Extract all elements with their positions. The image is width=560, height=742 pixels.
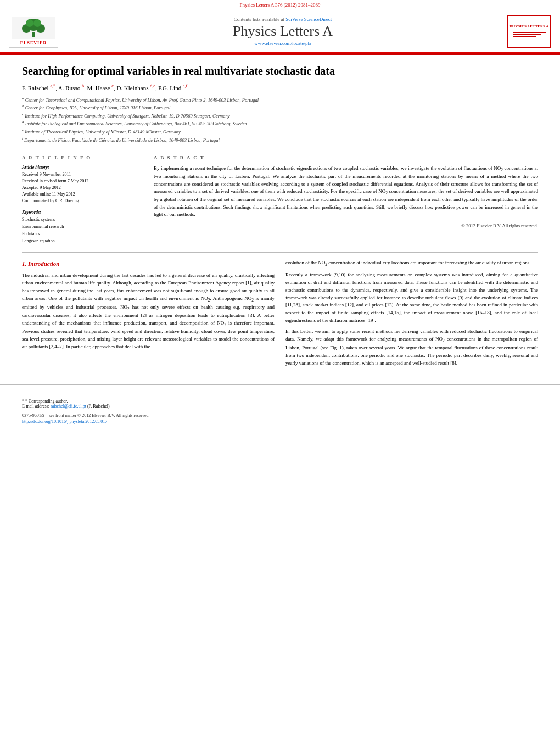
article-history: Article history: Received 9 November 201… bbox=[22, 165, 143, 204]
svg-point-4 bbox=[26, 19, 33, 27]
copyright: © 2012 Elsevier B.V. All rights reserved… bbox=[154, 223, 538, 228]
abstract-text: By implementing a recent technique for t… bbox=[154, 165, 538, 219]
article-title: Searching for optimal variables in real … bbox=[22, 64, 538, 78]
keywords-list: Stochastic systems Environmental researc… bbox=[22, 216, 143, 244]
svg-rect-0 bbox=[32, 32, 35, 37]
physics-letters-logo-text: PHYSICS LETTERS A bbox=[510, 24, 549, 29]
history-communicated: Communicated by C.R. Doering bbox=[22, 198, 143, 204]
body-left-column: 1. Introduction The industrial and urban… bbox=[22, 259, 275, 370]
email-label: E-mail address: bbox=[22, 404, 49, 409]
footnote-author-name: (F. Raischel). bbox=[87, 404, 111, 409]
affiliations: a Center for Theoretical and Computation… bbox=[22, 96, 538, 143]
history-online: Available online 11 May 2012 bbox=[22, 191, 143, 198]
body-right-column: evolution of the NO2 concentration at in… bbox=[285, 259, 538, 370]
keyword-4: Langevin equation bbox=[22, 238, 143, 245]
history-received: Received 9 November 2011 bbox=[22, 171, 143, 178]
history-accepted: Accepted 9 May 2012 bbox=[22, 185, 143, 191]
journal-citation: Physics Letters A 376 (2012) 2081–2089 bbox=[239, 2, 320, 8]
keywords-label: Keywords: bbox=[22, 210, 143, 215]
introduction-section: 1. Introduction The industrial and urban… bbox=[22, 259, 538, 370]
elsevier-logo: ELSEVIER bbox=[9, 15, 58, 48]
article-info-abstract: A R T I C L E I N F O Article history: R… bbox=[22, 150, 538, 244]
page: Physics Letters A 376 (2012) 2081–2089 E… bbox=[0, 0, 560, 742]
abstract-label: A B S T R A C T bbox=[154, 155, 538, 160]
keyword-2: Environmental research bbox=[22, 224, 143, 231]
elsevier-tree-image bbox=[12, 17, 55, 39]
logo-line-2 bbox=[513, 34, 541, 35]
journal-center: Contents lists available at SciVerse Sci… bbox=[64, 16, 502, 46]
logo-lines bbox=[513, 32, 546, 38]
journal-name: Physics Letters A bbox=[64, 23, 502, 40]
tree-icon bbox=[14, 19, 53, 38]
sciverse-link[interactable]: SciVerse ScienceDirect bbox=[285, 16, 332, 22]
sciverse-line: Contents lists available at SciVerse Sci… bbox=[64, 16, 502, 22]
intro-para-right-2: Recently a framework [9,10] for analyzin… bbox=[285, 271, 538, 325]
footnote-corresponding: * * Corresponding author. bbox=[22, 399, 538, 404]
article-info-label: A R T I C L E I N F O bbox=[22, 155, 143, 160]
footer-divider bbox=[22, 392, 538, 392]
footer-bottom: 0375-9601/$ – see front matter © 2012 El… bbox=[22, 413, 538, 424]
intro-para-right-3: In this Letter, we aim to apply some rec… bbox=[285, 328, 538, 367]
history-label: Article history: bbox=[22, 165, 143, 170]
footnote-email-line: E-mail address: raischel@cii.fc.ul.pt (F… bbox=[22, 404, 538, 409]
article-footer: * * Corresponding author. E-mail address… bbox=[0, 384, 560, 429]
elsevier-text: ELSEVIER bbox=[20, 41, 47, 46]
logo-line-1 bbox=[513, 32, 546, 33]
doi-link[interactable]: http://dx.doi.org/10.1016/j.physleta.201… bbox=[22, 419, 538, 424]
journal-citation-bar: Physics Letters A 376 (2012) 2081–2089 bbox=[0, 0, 560, 10]
authors-line: F. Raischel a,*, A. Russo b, M. Haase c,… bbox=[22, 83, 538, 91]
abstract-column: A B S T R A C T By implementing a recent… bbox=[154, 150, 538, 244]
intro-para-1: The industrial and urban development dur… bbox=[22, 272, 275, 351]
logo-line-3 bbox=[513, 36, 536, 37]
article-info-column: A R T I C L E I N F O Article history: R… bbox=[22, 150, 143, 244]
intro-para-right-1: evolution of the NO2 concentration at in… bbox=[285, 259, 538, 267]
journal-url[interactable]: www.elsevier.com/locate/pla bbox=[64, 41, 502, 46]
keyword-1: Stochastic systems bbox=[22, 216, 143, 224]
keywords-section: Keywords: Stochastic systems Environment… bbox=[22, 210, 143, 244]
history-revised: Received in revised form 7 May 2012 bbox=[22, 178, 143, 185]
journal-header: ELSEVIER Contents lists available at Sci… bbox=[0, 10, 560, 53]
email-link[interactable]: raischel@cii.fc.ul.pt bbox=[51, 404, 86, 409]
keyword-3: Pollutants bbox=[22, 231, 143, 238]
issn-line: 0375-9601/$ – see front matter © 2012 El… bbox=[22, 413, 538, 418]
svg-point-5 bbox=[33, 19, 41, 27]
section-divider bbox=[22, 252, 538, 253]
section-1-heading: 1. Introduction bbox=[22, 259, 275, 269]
sciverse-prefix: Contents lists available at bbox=[234, 16, 284, 22]
article-content: Searching for optimal variables in real … bbox=[0, 55, 560, 379]
journal-logo-right: PHYSICS LETTERS A bbox=[507, 15, 551, 48]
